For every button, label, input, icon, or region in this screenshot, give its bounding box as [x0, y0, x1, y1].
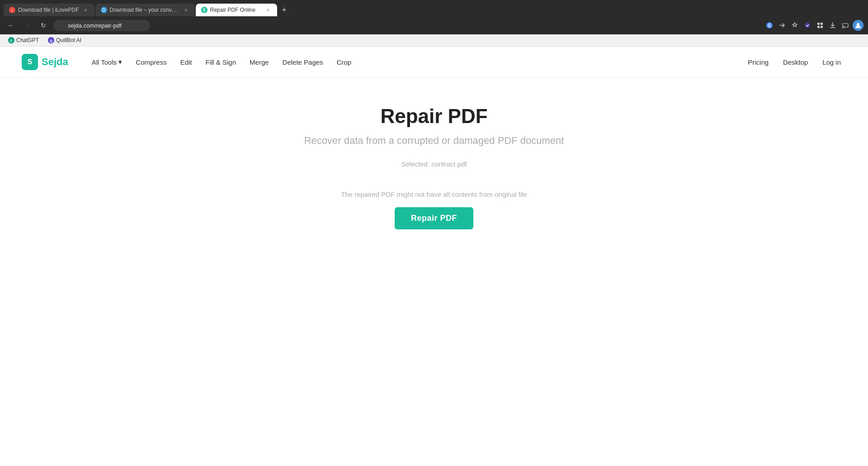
- svg-point-7: [842, 28, 843, 29]
- tab-bar: i Download file | iLovePDF ✕ D Download …: [0, 0, 868, 16]
- nav-fill-sign[interactable]: Fill & Sign: [200, 55, 242, 70]
- bookmarks-bar: C ChatGPT Q QuillBot AI: [0, 34, 868, 47]
- tab-close-convert[interactable]: ✕: [182, 6, 189, 14]
- bookmark-chatgpt[interactable]: C ChatGPT: [5, 36, 42, 44]
- sejda-logo-icon: S: [22, 54, 38, 70]
- quillbot-favicon: Q: [48, 37, 54, 43]
- nav-crop[interactable]: Crop: [331, 55, 357, 70]
- browser-chrome: i Download file | iLovePDF ✕ D Download …: [0, 0, 868, 34]
- page-subtitle: Recover data from a corrupted or damaged…: [304, 135, 564, 147]
- tab-close-sejda[interactable]: ✕: [264, 6, 272, 14]
- sejda-logo-text: Sejda: [42, 56, 68, 68]
- nav-all-tools[interactable]: All Tools ▾: [86, 54, 128, 70]
- nav-compress[interactable]: Compress: [130, 55, 172, 70]
- svg-rect-2: [817, 23, 820, 25]
- address-bar-row: ← → ↻ 🔒 G: [0, 16, 868, 34]
- all-tools-chevron-icon: ▾: [118, 58, 122, 66]
- selected-file: Selected: contract.pdf: [401, 160, 467, 168]
- bookmark-star-icon[interactable]: [789, 20, 800, 31]
- svg-rect-5: [821, 26, 823, 28]
- extensions-icon[interactable]: [815, 20, 826, 31]
- chatgpt-label: ChatGPT: [16, 37, 39, 43]
- reload-button[interactable]: ↻: [37, 19, 50, 32]
- browser-extensions: G: [764, 20, 863, 31]
- shield-icon[interactable]: [802, 20, 813, 31]
- share-icon[interactable]: [777, 20, 788, 31]
- google-icon[interactable]: G: [764, 20, 775, 31]
- forward-button[interactable]: →: [21, 19, 33, 32]
- nav-desktop[interactable]: Desktop: [778, 55, 813, 70]
- tab-favicon-sejda: S: [201, 7, 208, 13]
- svg-text:Q: Q: [50, 39, 52, 43]
- cast-icon[interactable]: [840, 20, 851, 31]
- tab-convert[interactable]: D Download file – your conversion ✕: [95, 4, 195, 16]
- sejda-nav: S Sejda All Tools ▾ Compress Edit Fill &…: [0, 47, 868, 78]
- svg-text:C: C: [10, 39, 13, 43]
- tab-title-ilovepdf: Download file | iLovePDF: [18, 7, 79, 13]
- tab-title-sejda: Repair PDF Online: [210, 7, 262, 13]
- repair-pdf-button[interactable]: Repair PDF: [395, 207, 473, 229]
- download-icon[interactable]: [827, 20, 838, 31]
- address-input[interactable]: [53, 20, 150, 31]
- nav-login[interactable]: Log in: [817, 55, 846, 70]
- sejda-logo[interactable]: S Sejda: [22, 54, 68, 70]
- nav-pricing[interactable]: Pricing: [742, 55, 774, 70]
- page-title: Repair PDF: [380, 105, 487, 128]
- chatgpt-favicon: C: [8, 37, 14, 43]
- tab-ilovepdf[interactable]: i Download file | iLovePDF ✕: [4, 4, 94, 16]
- sejda-nav-links: All Tools ▾ Compress Edit Fill & Sign Me…: [86, 54, 743, 70]
- new-tab-button[interactable]: +: [278, 4, 291, 16]
- back-button[interactable]: ←: [5, 19, 17, 32]
- nav-delete-pages[interactable]: Delete Pages: [277, 55, 329, 70]
- notice-text: The repaired PDF might not have all cont…: [341, 190, 527, 198]
- nav-edit[interactable]: Edit: [175, 55, 198, 70]
- svg-rect-4: [817, 26, 820, 28]
- tab-favicon-convert: D: [101, 7, 107, 13]
- bookmark-quillbot[interactable]: Q QuillBot AI: [44, 36, 85, 44]
- nav-right-links: Pricing Desktop Log in: [742, 55, 846, 70]
- tab-favicon-ilovepdf: i: [9, 7, 15, 13]
- sejda-site: S Sejda All Tools ▾ Compress Edit Fill &…: [0, 47, 868, 466]
- tab-close-ilovepdf[interactable]: ✕: [82, 6, 89, 14]
- svg-rect-3: [821, 23, 823, 25]
- tab-title-convert: Download file – your conversion: [110, 7, 179, 13]
- address-bar-container: 🔒: [53, 20, 760, 31]
- svg-text:G: G: [768, 23, 771, 28]
- sejda-main: Repair PDF Recover data from a corrupted…: [0, 78, 868, 257]
- profile-icon[interactable]: [853, 20, 863, 31]
- tab-sejda[interactable]: S Repair PDF Online ✕: [196, 4, 277, 16]
- quillbot-label: QuillBot AI: [56, 37, 81, 43]
- nav-merge[interactable]: Merge: [244, 55, 274, 70]
